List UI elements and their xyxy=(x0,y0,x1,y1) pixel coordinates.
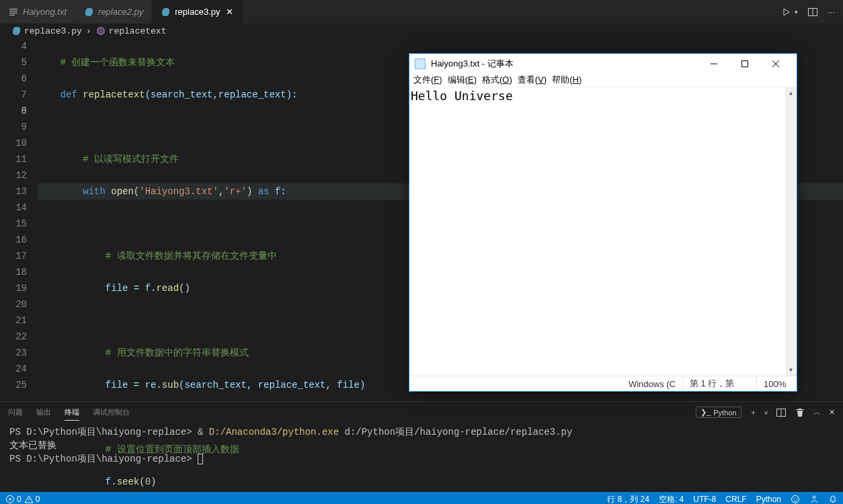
close-icon[interactable]: ✕ xyxy=(224,7,235,17)
notepad-app-icon xyxy=(415,58,426,69)
python-file-icon xyxy=(160,7,171,17)
tab-label: Haiyong.txt xyxy=(23,7,67,17)
breadcrumb-symbol-label: replacetext xyxy=(109,26,167,36)
method-icon xyxy=(95,26,106,36)
maximize-button[interactable] xyxy=(729,54,760,73)
close-button[interactable] xyxy=(760,54,791,73)
svg-rect-11 xyxy=(742,60,748,67)
notepad-titlebar[interactable]: Haiyong3.txt - 记事本 xyxy=(409,54,797,73)
notepad-content: Hello Universe xyxy=(411,89,513,103)
tab-replace2[interactable]: replace2.py xyxy=(75,0,152,24)
python-file-icon xyxy=(83,7,94,17)
status-errors[interactable]: 0 xyxy=(5,495,22,504)
tab-haiyong-txt[interactable]: Haiyong.txt xyxy=(0,0,75,24)
minimize-button[interactable] xyxy=(698,54,729,73)
tab-label: replace3.py xyxy=(175,7,220,17)
run-dropdown-icon[interactable]: ▾ xyxy=(795,9,798,15)
split-editor-icon[interactable] xyxy=(807,7,818,17)
python-file-icon xyxy=(11,26,22,36)
run-icon[interactable] xyxy=(781,7,792,17)
notepad-title: Haiyong3.txt - 记事本 xyxy=(431,58,514,70)
breadcrumb[interactable]: replace3.py › replacetext xyxy=(0,24,843,38)
line-gutter: 4567 891011 12131415 16171819 20212223 2… xyxy=(0,38,38,401)
notepad-window[interactable]: Haiyong3.txt - 记事本 文件(F) 编辑(E) 格式(O) 查看(… xyxy=(409,53,797,392)
notepad-scrollbar[interactable]: ▲ ▼ xyxy=(785,87,797,376)
tab-label: replace2.py xyxy=(98,7,143,17)
menu-file[interactable]: 文件(F) xyxy=(413,74,442,86)
menu-help[interactable]: 帮助(H) xyxy=(552,74,581,86)
notepad-statusbar: Windows (C 第 1 行，第 100% xyxy=(409,376,797,391)
np-status-zoom: 100% xyxy=(756,376,797,391)
breadcrumb-file-label: replace3.py xyxy=(24,26,82,36)
scroll-down-icon[interactable]: ▼ xyxy=(785,364,797,376)
np-status-pos: 第 1 行，第 xyxy=(682,376,756,391)
scroll-up-icon[interactable]: ▲ xyxy=(785,87,797,99)
editor-toolbar: ▾ ··· xyxy=(781,0,843,24)
tab-replace3[interactable]: replace3.py ✕ xyxy=(152,0,243,24)
tab-problems[interactable]: 问题 xyxy=(8,405,23,420)
chevron-right-icon: › xyxy=(86,26,91,36)
more-icon[interactable]: ··· xyxy=(828,7,835,17)
text-file-icon xyxy=(8,7,19,17)
editor-tabs: Haiyong.txt replace2.py replace3.py ✕ ▾ … xyxy=(0,0,843,24)
menu-view[interactable]: 查看(V) xyxy=(518,74,547,86)
notepad-textarea[interactable]: Hello Universe ▲ ▼ xyxy=(409,87,797,376)
breadcrumb-symbol[interactable]: replacetext xyxy=(95,26,167,36)
np-status-enc: Windows (C xyxy=(622,376,682,391)
menu-format[interactable]: 格式(O) xyxy=(482,74,512,86)
menu-edit[interactable]: 编辑(E) xyxy=(448,74,477,86)
breadcrumb-file[interactable]: replace3.py xyxy=(11,26,82,36)
notepad-menu: 文件(F) 编辑(E) 格式(O) 查看(V) 帮助(H) xyxy=(409,73,797,87)
